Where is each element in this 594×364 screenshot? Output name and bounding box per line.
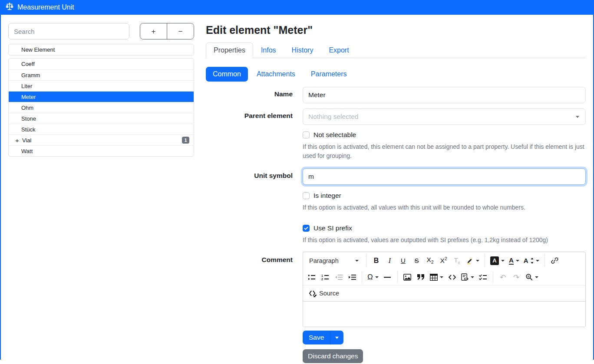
name-field[interactable] xyxy=(303,87,586,103)
tree-item-watt[interactable]: Watt xyxy=(9,145,194,156)
chevron-down-icon xyxy=(501,260,505,262)
code-button[interactable] xyxy=(446,271,459,283)
highlight-button[interactable] xyxy=(464,254,481,267)
tree-item-meter-selected[interactable]: Meter xyxy=(9,91,194,102)
element-tree-sidebar: + − New Element Coeff Gramm Liter Meter xyxy=(8,23,194,157)
underline-button[interactable]: U xyxy=(397,254,409,267)
block-quote-button[interactable] xyxy=(415,271,427,283)
remove-format-button[interactable]: Tx xyxy=(451,254,463,267)
todo-list-button[interactable] xyxy=(477,271,489,283)
search-input[interactable] xyxy=(8,23,129,39)
source-editing-button[interactable]: Source xyxy=(306,289,342,298)
insert-image-button[interactable] xyxy=(401,271,414,283)
unit-symbol-field[interactable] xyxy=(303,168,586,185)
svg-text:2: 2 xyxy=(321,277,323,280)
use-si-prefix-label: Use SI prefix xyxy=(314,224,352,232)
tab-history[interactable]: History xyxy=(284,43,321,58)
comment-editing-area[interactable] xyxy=(303,302,585,327)
is-integer-checkbox[interactable] xyxy=(303,192,310,199)
use-si-prefix-help: If this option is activated, values are … xyxy=(303,236,586,245)
chevron-down-icon xyxy=(375,276,379,278)
tree-item-ohm[interactable]: Ohm xyxy=(9,102,194,113)
balance-scale-icon xyxy=(5,2,14,13)
not-selectable-label: Not selectable xyxy=(314,131,356,139)
link-button[interactable] xyxy=(548,254,561,267)
new-element-group: New Element xyxy=(8,44,194,56)
subtab-attachments[interactable]: Attachments xyxy=(250,67,302,82)
parent-element-label: Parent element xyxy=(206,108,293,125)
subscript-button[interactable]: X2 xyxy=(424,254,436,267)
chevron-down-icon xyxy=(536,260,539,262)
tree-item-stueck[interactable]: Stück xyxy=(9,124,194,134)
collapse-all-button[interactable]: − xyxy=(167,23,194,39)
tree-item-vial[interactable]: + Vial 1 xyxy=(9,134,194,145)
numbered-list-icon: 1 2 xyxy=(321,274,329,280)
navbar-brand[interactable]: Measurement Unit xyxy=(5,2,74,13)
name-label: Name xyxy=(206,87,293,103)
font-background-color-button[interactable]: A xyxy=(488,254,506,267)
horizontal-line-button[interactable] xyxy=(381,271,394,283)
save-button[interactable]: Save xyxy=(303,331,330,344)
navbar-title: Measurement Unit xyxy=(17,3,74,11)
tree-item-stone[interactable]: Stone xyxy=(9,113,194,124)
chevron-down-icon xyxy=(335,337,339,339)
outdent-icon xyxy=(335,274,343,280)
editor-toolbar-row-3: Source xyxy=(303,285,585,302)
font-size-button[interactable]: A xyxy=(522,254,541,267)
table-icon xyxy=(430,274,438,281)
bulleted-list-button[interactable] xyxy=(305,271,318,283)
indent-button[interactable] xyxy=(346,271,358,283)
edit-form: Name Parent element Nothing selected Not… xyxy=(206,87,586,363)
svg-text:1: 1 xyxy=(321,274,323,277)
chevron-down-icon xyxy=(476,260,479,262)
tab-properties[interactable]: Properties xyxy=(206,43,253,58)
parent-element-select[interactable]: Nothing selected xyxy=(303,108,586,125)
subtab-common[interactable]: Common xyxy=(206,67,248,82)
todo-list-icon xyxy=(479,274,487,280)
code-block-button[interactable] xyxy=(459,271,476,283)
marker-pen-icon xyxy=(466,257,474,265)
strikethrough-button[interactable]: S xyxy=(410,254,423,267)
check-icon xyxy=(304,226,309,231)
tree-item-gramm[interactable]: Gramm xyxy=(9,69,194,80)
chevron-down-icon xyxy=(355,260,359,262)
use-si-prefix-checkbox[interactable] xyxy=(303,225,310,232)
page-title: Edit element "Meter" xyxy=(206,24,586,36)
numbered-list-button[interactable]: 1 2 xyxy=(319,271,331,283)
tab-export[interactable]: Export xyxy=(321,43,356,58)
chevron-down-icon xyxy=(576,116,579,118)
expand-node-icon[interactable]: + xyxy=(14,137,20,144)
undo-button[interactable]: ↶ xyxy=(497,271,509,283)
discard-changes-button[interactable]: Discard changes xyxy=(303,349,363,363)
horizontal-line-icon xyxy=(384,276,391,278)
save-dropdown-toggle[interactable] xyxy=(330,331,343,344)
find-and-replace-button[interactable] xyxy=(524,271,540,283)
special-characters-button[interactable]: Ω xyxy=(366,271,380,283)
tree-item-coeff[interactable]: Coeff xyxy=(9,59,194,69)
redo-button[interactable]: ↷ xyxy=(510,271,523,283)
insert-table-button[interactable] xyxy=(428,271,445,283)
font-color-button[interactable]: A xyxy=(507,254,521,267)
tree-item-liter[interactable]: Liter xyxy=(9,80,194,91)
not-selectable-help: If this option is activated, this elemen… xyxy=(303,142,586,161)
bold-button[interactable]: B xyxy=(370,254,383,267)
italic-button[interactable]: I xyxy=(383,254,396,267)
code-icon xyxy=(449,275,456,280)
superscript-button[interactable]: X2 xyxy=(437,254,450,267)
font-size-arrows-icon xyxy=(531,258,534,264)
not-selectable-checkbox[interactable] xyxy=(303,131,310,138)
editor-toolbar-row-1: Paragraph B I U S X2 X2 Tx xyxy=(303,252,585,269)
main-tabs: Properties Infos History Export xyxy=(206,43,586,58)
chevron-down-icon xyxy=(516,260,519,262)
indent-icon xyxy=(348,274,356,280)
bulleted-list-icon xyxy=(308,274,316,280)
expand-all-button[interactable]: + xyxy=(140,23,167,39)
comment-rich-text-editor: Paragraph B I U S X2 X2 Tx xyxy=(303,252,586,327)
is-integer-help: If this option is activated, all values … xyxy=(303,203,586,212)
tree-item-new-element[interactable]: New Element xyxy=(9,44,194,55)
outdent-button[interactable] xyxy=(332,271,345,283)
chevron-down-icon xyxy=(440,276,443,278)
subtab-parameters[interactable]: Parameters xyxy=(304,67,354,82)
paragraph-style-dropdown[interactable]: Paragraph xyxy=(305,254,363,267)
tab-infos[interactable]: Infos xyxy=(253,43,284,58)
